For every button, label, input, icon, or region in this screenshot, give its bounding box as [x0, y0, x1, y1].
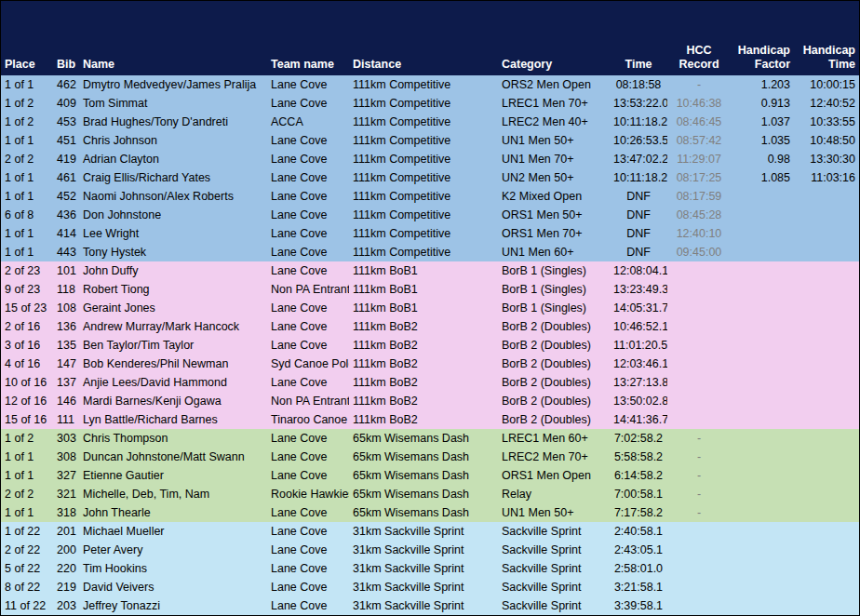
cell-handicap-factor: [731, 485, 794, 503]
table-row: 4 of 16147Bob Kenderes/Phil NewmanSyd Ca…: [1, 355, 859, 373]
cell-handicap-time: [794, 299, 859, 317]
cell-hcc-record: [667, 280, 731, 299]
cell-hcc-record: 08:57:42: [667, 131, 731, 150]
cell-bib: 219: [53, 578, 79, 596]
column-header-handicap-factor: Handicap Factor: [731, 1, 794, 75]
cell-place: 8 of 22: [1, 578, 53, 596]
cell-handicap-time: [794, 280, 859, 299]
table-row: 1 of 1327Etienne GautierLane Cove65km Wi…: [1, 466, 859, 485]
cell-handicap-factor: [731, 206, 794, 224]
cell-time: 13:53:22.0: [610, 94, 667, 113]
cell-name: Anjie Lees/David Hammond: [79, 373, 267, 392]
cell-distance: 111km Competitive: [349, 113, 498, 131]
cell-distance: 111km BoB2: [349, 392, 498, 410]
cell-bib: 101: [53, 261, 79, 280]
cell-distance: 111km Competitive: [349, 243, 498, 261]
column-header-hcc-record: HCC Record: [667, 1, 731, 75]
cell-team: Rookie Hawkies: [267, 485, 349, 503]
cell-handicap-factor: [731, 373, 794, 392]
cell-team: Non PA Entrant: [267, 392, 349, 410]
cell-category: BorB 2 (Doubles): [498, 317, 610, 336]
cell-place: 3 of 16: [1, 336, 53, 355]
cell-distance: 111km BoB2: [349, 355, 498, 373]
cell-bib: 201: [53, 522, 79, 541]
cell-distance: 65km Wisemans Dash: [349, 485, 498, 503]
cell-bib: 108: [53, 299, 79, 317]
cell-hcc-record: 08:46:45: [667, 113, 731, 131]
cell-handicap-factor: [731, 429, 794, 448]
table-row: 10 of 16137Anjie Lees/David HammondLane …: [1, 373, 859, 392]
header-row: Place Bib Name Team name Distance Catego…: [1, 1, 859, 75]
cell-handicap-factor: [731, 578, 794, 596]
cell-handicap-factor: [731, 336, 794, 355]
cell-time: 7:02:58.2: [610, 429, 667, 448]
cell-distance: 65km Wisemans Dash: [349, 448, 498, 466]
cell-hcc-record: -: [667, 448, 731, 466]
cell-bib: 200: [53, 541, 79, 559]
table-row: 3 of 16135Ben Taylor/Tim TaylorLane Cove…: [1, 336, 859, 355]
table-header: Place Bib Name Team name Distance Catego…: [1, 1, 859, 75]
cell-bib: 118: [53, 280, 79, 299]
cell-distance: 111km Competitive: [349, 206, 498, 224]
cell-handicap-factor: [731, 243, 794, 261]
cell-handicap-factor: [731, 410, 794, 429]
column-header-bib: Bib: [53, 1, 79, 75]
cell-distance: 111km BoB2: [349, 373, 498, 392]
cell-name: Dmytro Medvedyev/James Pralija: [79, 75, 267, 94]
cell-name: Lee Wright: [79, 224, 267, 243]
table-row: 1 of 1451Chris JohnsonLane Cove111km Com…: [1, 131, 859, 150]
table-row: 12 of 16146Mardi Barnes/Kenji OgawaNon P…: [1, 392, 859, 410]
cell-handicap-factor: [731, 280, 794, 299]
cell-bib: 135: [53, 336, 79, 355]
cell-handicap-time: [794, 317, 859, 336]
cell-team: Lane Cove: [267, 75, 349, 94]
results-sheet: Place Bib Name Team name Distance Catego…: [0, 0, 860, 616]
cell-category: UN1 Men 70+: [498, 150, 610, 168]
cell-distance: 111km Competitive: [349, 187, 498, 206]
table-row: 1 of 2409Tom SimmatLane Cove111km Compet…: [1, 94, 859, 113]
cell-team: Lane Cove: [267, 317, 349, 336]
cell-bib: 136: [53, 317, 79, 336]
cell-time: 6:14:58.2: [610, 466, 667, 485]
cell-category: BorB 2 (Doubles): [498, 410, 610, 429]
cell-hcc-record: -: [667, 485, 731, 503]
column-header-place: Place: [1, 1, 53, 75]
cell-handicap-factor: [731, 187, 794, 206]
cell-handicap-time: [794, 485, 859, 503]
cell-handicap-factor: [731, 503, 794, 522]
cell-team: Tinaroo Canoe: [267, 410, 349, 429]
cell-handicap-time: [794, 206, 859, 224]
table-row: 1 of 1461Craig Ellis/Richard YatesLane C…: [1, 168, 859, 187]
cell-bib: 203: [53, 596, 79, 615]
cell-name: Chris Johnson: [79, 131, 267, 150]
cell-team: Lane Cove: [267, 559, 349, 578]
cell-time: 08:18:58: [610, 75, 667, 94]
cell-distance: 111km Competitive: [349, 75, 498, 94]
cell-team: Non PA Entrant: [267, 280, 349, 299]
cell-team: Lane Cove: [267, 206, 349, 224]
cell-hcc-record: [667, 392, 731, 410]
cell-distance: 111km BoB2: [349, 410, 498, 429]
cell-handicap-factor: [731, 355, 794, 373]
cell-place: 1 of 22: [1, 522, 53, 541]
cell-distance: 111km Competitive: [349, 168, 498, 187]
cell-team: Lane Cove: [267, 503, 349, 522]
cell-time: 14:05:31.7: [610, 299, 667, 317]
cell-handicap-time: [794, 578, 859, 596]
cell-team: Lane Cove: [267, 261, 349, 280]
cell-team: Lane Cove: [267, 150, 349, 168]
table-row: 2 of 2419Adrian ClaytonLane Cove111km Co…: [1, 150, 859, 168]
cell-handicap-factor: 0.913: [731, 94, 794, 113]
cell-name: Don Johnstone: [79, 206, 267, 224]
cell-category: UN1 Men 50+: [498, 503, 610, 522]
cell-distance: 31km Sackville Sprint: [349, 559, 498, 578]
cell-category: LREC2 Men 40+: [498, 113, 610, 131]
cell-place: 1 of 1: [1, 448, 53, 466]
table-row: 1 of 1308Duncan Johnstone/Matt SwannLane…: [1, 448, 859, 466]
cell-hcc-record: 08:45:28: [667, 206, 731, 224]
cell-time: 2:40:58.1: [610, 522, 667, 541]
cell-category: BorB 1 (Singles): [498, 299, 610, 317]
cell-distance: 65km Wisemans Dash: [349, 466, 498, 485]
cell-handicap-time: 10:33:55: [794, 113, 859, 131]
cell-team: Lane Cove: [267, 448, 349, 466]
